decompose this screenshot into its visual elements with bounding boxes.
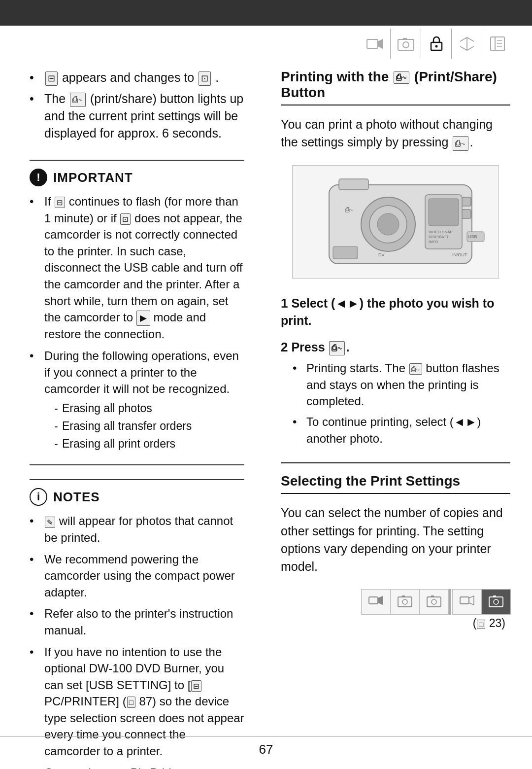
important-bullet-1: If ⊟ continues to flash (for more than 1…: [30, 193, 244, 343]
svg-text:INFO: INFO: [429, 240, 438, 244]
book-icon: [482, 29, 512, 59]
bottom-icon-3: [419, 589, 449, 615]
svg-rect-31: [369, 597, 378, 604]
svg-rect-4: [403, 38, 407, 40]
svg-rect-2: [398, 39, 414, 50]
camera-image: ⎙∿ VIDEO SNAP DISP/BATT INFO USB DV IN/O…: [292, 165, 499, 279]
important-bullets: If ⊟ continues to flash (for more than 1…: [30, 193, 244, 452]
svg-text:DV: DV: [378, 252, 385, 257]
bottom-icons: [361, 589, 510, 615]
transfer-icon: [451, 29, 482, 59]
svg-rect-39: [460, 597, 469, 604]
svg-point-34: [402, 599, 407, 604]
intro-bullet-2: The ⎙∿ (print/share) button lights up an…: [30, 90, 244, 142]
step-bullet-1: Printing starts. The ⎙∿ button flashes a…: [293, 360, 510, 410]
svg-marker-40: [469, 596, 474, 605]
print-share-btn-icon: ⎙∿: [453, 136, 468, 151]
print2-icon-inline: ⊡: [199, 71, 211, 86]
svg-rect-36: [427, 597, 441, 607]
video-camera-icon: [360, 29, 390, 59]
print-settings-intro: You can select the number of copies and …: [281, 504, 510, 575]
svg-point-3: [403, 42, 409, 48]
svg-point-37: [432, 599, 436, 604]
step-2: 2 Press ⎙∿. Printing starts. The ⎙∿ butt…: [281, 338, 510, 447]
svg-rect-17: [339, 179, 368, 190]
bottom-icon-1: [361, 589, 391, 615]
photo-camera-icon: [390, 29, 421, 59]
print-share-intro: You can print a photo without changing t…: [281, 115, 510, 151]
appear-icon: ⊡: [120, 213, 131, 225]
bottom-icon-5-active: [481, 589, 511, 615]
important-icon: !: [30, 169, 47, 186]
print-share-section: Printing with the ⎙∿ (Print/Share) Butto…: [281, 69, 510, 447]
step-bullet-2: To continue printing, select (◄►) anothe…: [293, 414, 510, 447]
step-1: 1 Select (◄►) the photo you wish to prin…: [281, 294, 510, 329]
notes-bullet-2: We recommend powering the camcorder usin…: [30, 551, 244, 601]
print-settings-icon-row: [281, 589, 510, 615]
icon-divider: [449, 589, 451, 615]
notes-bullet-1: ✎ will appear for photos that cannot be …: [30, 513, 244, 546]
svg-point-6: [435, 45, 437, 48]
page-number: 67: [0, 736, 532, 757]
svg-text:VIDEO SNAP: VIDEO SNAP: [429, 230, 453, 234]
bottom-icon-4: [452, 589, 482, 615]
svg-text:DISP/BATT: DISP/BATT: [429, 235, 449, 239]
sub-item-3: Erasing all print orders: [54, 436, 244, 452]
svg-rect-41: [489, 597, 503, 607]
button-icon: ⎙∿: [409, 363, 422, 375]
svg-rect-33: [398, 597, 412, 607]
notes-bullet-3: Refer also to the printer's instruction …: [30, 605, 244, 638]
top-bar: [0, 0, 532, 26]
major-divider: [281, 462, 510, 463]
svg-text:IN/OUT: IN/OUT: [452, 252, 467, 257]
svg-rect-28: [333, 246, 358, 259]
sub-list: Erasing all photos Erasing all transfer …: [44, 400, 244, 452]
page-ref: (□ 23): [281, 617, 510, 630]
print-share-heading-icon: ⎙∿: [394, 71, 409, 84]
step-2-bullets: Printing starts. The ⎙∿ button flashes a…: [281, 360, 510, 447]
page-content: ⊟ appears and changes to ⊡ . The ⎙∿ (pri…: [0, 69, 532, 739]
svg-text:⎙∿: ⎙∿: [345, 206, 353, 213]
svg-rect-43: [493, 595, 496, 597]
notes-bullet-5: Connection to a PictBridge-compatible pr…: [30, 765, 244, 769]
svg-point-42: [494, 599, 499, 604]
flash-icon: ⊟: [55, 197, 65, 208]
svg-rect-21: [429, 199, 459, 226]
svg-rect-35: [402, 595, 405, 597]
cannot-print-icon: ✎: [45, 517, 55, 528]
right-column: Printing with the ⎙∿ (Print/Share) Butto…: [266, 69, 532, 739]
lock-settings-icon: [421, 29, 451, 59]
ref-box-icon: □: [127, 697, 135, 708]
notes-icon: i: [30, 488, 47, 506]
print-share-heading: Printing with the ⎙∿ (Print/Share) Butto…: [281, 69, 510, 101]
press-icon: ⎙∿: [329, 341, 345, 355]
mode-icon-inline: ▶: [136, 311, 150, 326]
ref-box: □: [477, 620, 485, 629]
svg-rect-0: [367, 39, 378, 48]
important-title: IMPORTANT: [53, 170, 133, 185]
notes-title: NOTES: [53, 489, 100, 505]
top-icon-strip: [360, 29, 512, 59]
svg-text:USB: USB: [468, 234, 477, 239]
svg-point-16: [377, 213, 399, 235]
intro-bullet-list: ⊟ appears and changes to ⊡ . The ⎙∿ (pri…: [30, 69, 244, 142]
notes-bullets: ✎ will appear for photos that cannot be …: [30, 513, 244, 769]
section-divider-1: [281, 105, 510, 105]
svg-marker-1: [378, 39, 383, 49]
important-box: ! IMPORTANT If ⊟ continues to flash (for…: [30, 160, 244, 465]
print-icon-inline: ⊟: [45, 71, 58, 86]
section-divider-2: [281, 493, 510, 494]
notes-header: i NOTES: [30, 488, 244, 506]
important-header: ! IMPORTANT: [30, 169, 244, 186]
pc-printer-icon: ⊟: [191, 680, 201, 692]
important-bullet-2: During the following operations, even if…: [30, 348, 244, 452]
intro-bullet-1: ⊟ appears and changes to ⊡ .: [30, 69, 244, 86]
svg-rect-38: [431, 595, 434, 597]
print-settings-section: Selecting the Print Settings You can sel…: [281, 462, 510, 630]
bottom-icon-2: [390, 589, 420, 615]
print-settings-heading: Selecting the Print Settings: [281, 473, 510, 489]
sub-item-2: Erasing all transfer orders: [54, 418, 244, 434]
print-share-icon-inline: ⎙∿: [70, 93, 86, 107]
left-column: ⊟ appears and changes to ⊡ . The ⎙∿ (pri…: [0, 69, 266, 739]
svg-rect-8: [491, 37, 504, 51]
